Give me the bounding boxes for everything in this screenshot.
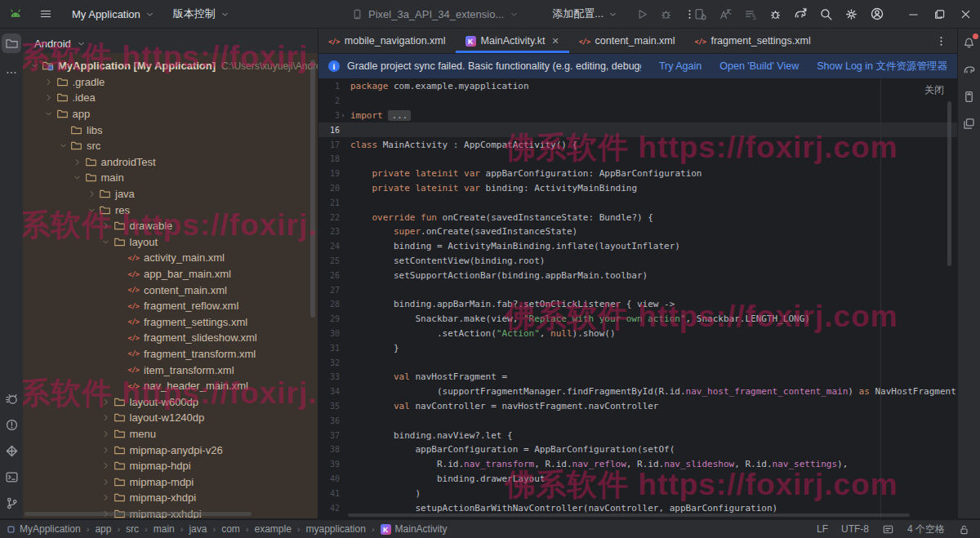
tree-item[interactable]: src xyxy=(23,138,318,154)
chevron-right-icon[interactable] xyxy=(42,93,56,102)
problems-icon[interactable] xyxy=(5,418,19,432)
minimize-button[interactable] xyxy=(907,8,920,20)
notifications-icon[interactable] xyxy=(962,35,976,49)
tree-item[interactable]: </>nav_header_main.xml xyxy=(23,378,318,394)
tree-item[interactable]: menu xyxy=(23,426,318,442)
tree-item[interactable]: layout xyxy=(23,234,318,251)
tree-item[interactable]: </>item_transform.xml xyxy=(23,362,318,378)
close-tab-icon[interactable]: ✕ xyxy=(552,36,559,47)
tree-item[interactable]: mipmap-xhdpi xyxy=(23,490,318,506)
breadcrumb-item[interactable]: KMainActivity xyxy=(381,523,448,536)
tree-item[interactable]: .gradle xyxy=(23,74,318,91)
breadcrumb-item[interactable]: main xyxy=(154,523,175,535)
indent-size[interactable]: 4 个空格 xyxy=(907,522,945,536)
chevron-right-icon[interactable] xyxy=(100,429,113,438)
tree-item[interactable]: drawable xyxy=(23,218,318,234)
tree-item[interactable]: </>app_bar_main.xml xyxy=(23,266,318,282)
breadcrumb-item[interactable]: java xyxy=(189,523,207,535)
banner-action-link[interactable]: Open 'Build' View xyxy=(719,60,799,72)
chevron-down-icon[interactable] xyxy=(28,61,41,70)
gemini-icon[interactable] xyxy=(5,444,19,458)
tab-mobile_navigation.xml[interactable]: </>mobile_navigation.xml xyxy=(318,29,456,53)
project-view-selector[interactable]: Android xyxy=(23,29,318,58)
editor-vertical-scrollbar[interactable] xyxy=(947,101,951,266)
tree-item[interactable]: </>fragment_slideshow.xml xyxy=(23,330,318,346)
device-selector[interactable]: Pixel_3a_API_34_extensio... xyxy=(351,8,519,20)
chevron-right-icon[interactable] xyxy=(42,78,56,87)
run-button[interactable] xyxy=(636,8,648,20)
search-everywhere-icon[interactable] xyxy=(819,7,833,21)
chevron-right-icon[interactable] xyxy=(71,158,84,167)
tree-item[interactable]: MyApplication [My Application]C:\Users\x… xyxy=(23,58,318,74)
indent-style-icon[interactable] xyxy=(882,523,894,536)
tree-item[interactable]: </>activity_main.xml xyxy=(23,250,318,266)
profile-icon[interactable] xyxy=(870,7,884,21)
banner-action-link[interactable]: Show Log in 文件资源管理器 xyxy=(817,60,947,73)
chevron-down-icon[interactable] xyxy=(100,238,113,247)
tree-vertical-scrollbar[interactable] xyxy=(310,60,315,318)
more-actions-icon[interactable] xyxy=(684,8,696,20)
vcs-menu[interactable]: 版本控制 xyxy=(173,7,230,21)
tree-item[interactable]: libs xyxy=(23,122,318,138)
banner-close-link[interactable]: 关闭 xyxy=(924,83,944,97)
run-configuration-selector[interactable]: 添加配置... xyxy=(552,7,618,21)
app-quality-insights-icon[interactable] xyxy=(5,392,19,406)
project-switcher[interactable]: My Application xyxy=(72,8,155,20)
line-ending[interactable]: LF xyxy=(817,523,828,535)
breadcrumb-item[interactable]: MyApplication xyxy=(7,523,81,535)
chevron-right-icon[interactable] xyxy=(100,398,113,407)
chevron-right-icon[interactable] xyxy=(100,413,113,422)
more-tool-windows-icon[interactable] xyxy=(2,63,21,82)
fold-marker-icon[interactable]: › xyxy=(340,111,346,119)
chevron-right-icon[interactable] xyxy=(100,221,113,230)
tab-MainActivity.kt[interactable]: KMainActivity.kt✕ xyxy=(456,29,569,53)
breadcrumb-item[interactable]: app xyxy=(95,523,111,535)
project-tool-icon[interactable] xyxy=(2,33,21,53)
chevron-down-icon[interactable] xyxy=(56,141,69,150)
tree-item[interactable]: layout-w1240dp xyxy=(23,410,318,426)
tree-item[interactable]: .idea xyxy=(23,90,318,106)
tree-item[interactable]: </>fragment_transform.xml xyxy=(23,346,318,362)
tree-item[interactable]: mipmap-hdpi xyxy=(23,458,318,474)
tree-item[interactable]: androidTest xyxy=(23,154,318,171)
tree-item[interactable]: app xyxy=(23,106,318,122)
tree-item[interactable]: mipmap-mdpi xyxy=(23,474,318,490)
tree-item[interactable]: java xyxy=(23,186,318,202)
editor-horizontal-scrollbar[interactable] xyxy=(348,514,910,517)
chevron-right-icon[interactable] xyxy=(100,493,113,502)
chevron-down-icon[interactable] xyxy=(42,109,56,118)
terminal-icon[interactable] xyxy=(5,470,19,484)
chevron-down-icon[interactable] xyxy=(85,206,98,215)
gradle-icon[interactable] xyxy=(962,62,977,77)
version-control-icon[interactable] xyxy=(5,496,19,510)
tree-horizontal-scrollbar[interactable] xyxy=(24,512,252,516)
tree-item[interactable]: </>fragment_reflow.xml xyxy=(23,298,318,314)
tab-fragment_settings.xml[interactable]: </>fragment_settings.xml xyxy=(685,29,821,53)
device-mirroring-icon[interactable] xyxy=(962,117,976,131)
chevron-right-icon[interactable] xyxy=(100,478,113,487)
chevron-right-icon[interactable] xyxy=(100,446,113,455)
encoding[interactable]: UTF-8 xyxy=(841,523,869,535)
code-editor[interactable]: 1package com.example.myapplication23›imp… xyxy=(318,79,957,518)
debug-button[interactable] xyxy=(660,8,672,20)
maximize-button[interactable] xyxy=(933,8,946,20)
breadcrumb-item[interactable]: myapplication xyxy=(306,523,366,535)
breadcrumb-item[interactable]: com xyxy=(221,523,240,535)
chevron-right-icon[interactable] xyxy=(85,189,98,198)
tab-content_main.xml[interactable]: </>content_main.xml xyxy=(569,29,685,53)
breadcrumb-item[interactable]: src xyxy=(126,523,139,535)
chevron-down-icon[interactable] xyxy=(71,173,84,182)
main-menu-icon[interactable] xyxy=(39,7,52,20)
translate-icon[interactable] xyxy=(719,7,733,21)
tree-item[interactable]: mipmap-anydpi-v26 xyxy=(23,442,318,458)
close-window-button[interactable] xyxy=(960,8,972,20)
write-access-icon[interactable] xyxy=(958,523,970,536)
tree-item[interactable]: layout-w600dp xyxy=(23,393,318,410)
build-variants-icon[interactable]: 5 xyxy=(744,7,758,21)
tab-options-icon[interactable] xyxy=(935,29,947,53)
tree-item[interactable]: main xyxy=(23,170,318,186)
banner-action-link[interactable]: Try Again xyxy=(659,60,702,72)
tree-item[interactable]: </>fragment_settings.xml xyxy=(23,314,318,331)
breadcrumb-item[interactable]: example xyxy=(254,523,291,535)
running-devices-icon[interactable] xyxy=(962,90,976,104)
